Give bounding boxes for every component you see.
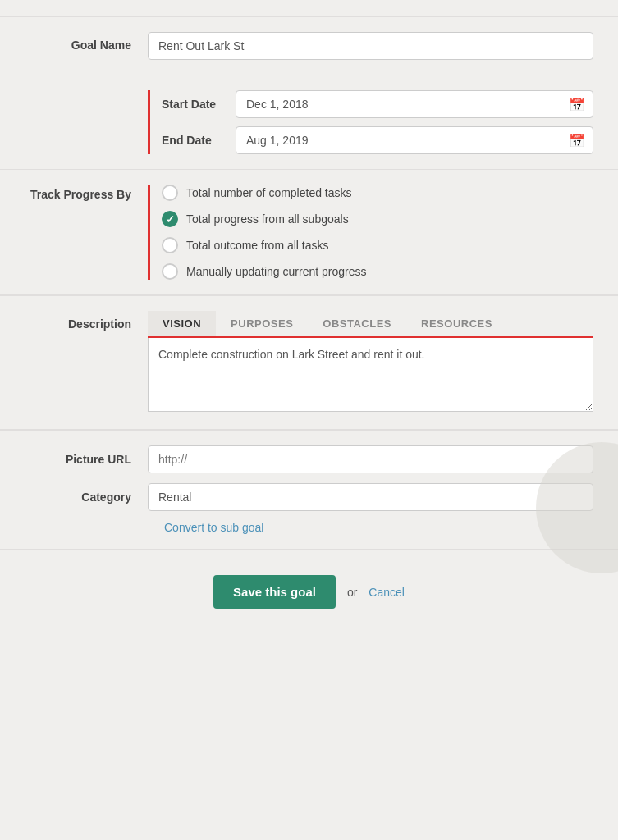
goal-name-row: Goal Name	[0, 17, 618, 75]
tab-vision[interactable]: VISION	[148, 311, 216, 338]
date-section: Start Date 📅 End Date 📅	[0, 75, 618, 170]
form-footer: Save this goal or Cancel	[0, 550, 618, 633]
track-option-2[interactable]: Total progress from all subgoals	[162, 211, 593, 227]
start-date-label: Start Date	[162, 98, 236, 111]
end-date-calendar-icon[interactable]: 📅	[569, 133, 585, 148]
goal-name-label: Goal Name	[25, 32, 148, 52]
description-section: Description VISION PURPOSES OBSTACLES RE…	[0, 296, 618, 430]
description-tabs: VISION PURPOSES OBSTACLES RESOURCES	[148, 311, 593, 338]
or-text: or	[347, 586, 357, 599]
start-date-input[interactable]	[236, 90, 593, 118]
desc-label-col: Description	[25, 311, 148, 331]
category-label: Category	[25, 491, 148, 504]
track-progress-label: Track Progress By	[25, 185, 131, 201]
description-content: VISION PURPOSES OBSTACLES RESOURCES Comp…	[148, 311, 593, 414]
radio-circle-1[interactable]	[162, 185, 178, 201]
category-input[interactable]	[148, 483, 593, 511]
track-option-4[interactable]: Manually updating current progress	[162, 263, 593, 280]
description-label: Description	[25, 311, 131, 331]
convert-to-sub-goal-link[interactable]: Convert to sub goal	[164, 521, 593, 534]
start-date-calendar-icon[interactable]: 📅	[569, 97, 585, 112]
picture-url-row: Picture URL	[25, 445, 593, 473]
misc-section: Picture URL Category Convert to sub goal	[0, 431, 618, 550]
tab-purposes[interactable]: PURPOSES	[216, 311, 308, 338]
start-date-row: Start Date 📅	[162, 90, 593, 118]
radio-circle-2[interactable]	[162, 211, 178, 227]
track-option-1[interactable]: Total number of completed tasks	[162, 185, 593, 201]
date-fields: Start Date 📅 End Date 📅	[148, 90, 593, 154]
track-progress-section: Track Progress By Total number of comple…	[0, 170, 618, 295]
end-date-wrapper: 📅	[236, 126, 593, 154]
end-date-label: End Date	[162, 134, 236, 147]
picture-url-input[interactable]	[148, 445, 593, 473]
picture-url-label: Picture URL	[25, 453, 148, 466]
end-date-row: End Date 📅	[162, 126, 593, 154]
end-date-input[interactable]	[236, 126, 593, 154]
track-options: Total number of completed tasks Total pr…	[148, 185, 593, 280]
category-row: Category	[25, 483, 593, 511]
tab-resources[interactable]: RESOURCES	[406, 311, 507, 338]
track-option-4-label: Manually updating current progress	[186, 265, 366, 278]
goal-name-input[interactable]	[148, 32, 593, 60]
description-textarea[interactable]: Complete construction on Lark Street and…	[148, 338, 593, 412]
track-option-1-label: Total number of completed tasks	[186, 186, 352, 199]
cancel-link[interactable]: Cancel	[369, 586, 405, 599]
track-label-col: Track Progress By	[25, 185, 148, 201]
track-option-2-label: Total progress from all subgoals	[186, 212, 349, 226]
tab-obstacles[interactable]: OBSTACLES	[308, 311, 406, 338]
radio-circle-3[interactable]	[162, 237, 178, 253]
track-option-3[interactable]: Total outcome from all tasks	[162, 237, 593, 253]
goal-form: Goal Name Start Date 📅 End Date	[0, 0, 618, 650]
goal-name-field	[148, 32, 593, 60]
save-goal-button[interactable]: Save this goal	[213, 575, 336, 609]
start-date-wrapper: 📅	[236, 90, 593, 118]
track-option-3-label: Total outcome from all tasks	[186, 239, 329, 252]
radio-circle-4[interactable]	[162, 263, 178, 280]
